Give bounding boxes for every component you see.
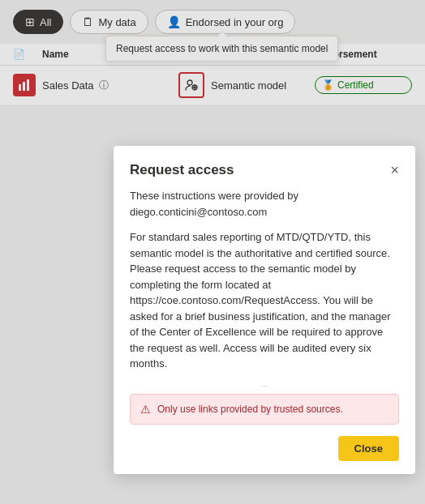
warning-icon: ⚠ xyxy=(140,403,151,416)
modal-header: Request access × xyxy=(130,162,399,178)
modal-title: Request access xyxy=(130,162,234,178)
modal-footer: Close xyxy=(130,436,399,461)
modal-body: These instructions were provided by dieg… xyxy=(130,188,399,372)
modal-close-btn[interactable]: Close xyxy=(338,436,399,461)
modal-intro: These instructions were provided by dieg… xyxy=(130,188,399,220)
warning-bar: ⚠ Only use links provided by trusted sou… xyxy=(130,394,399,425)
request-access-modal: Request access × These instructions were… xyxy=(114,146,415,474)
scroll-indicator: ··· xyxy=(130,382,399,391)
warning-text: Only use links provided by trusted sourc… xyxy=(157,404,343,415)
modal-close-button[interactable]: × xyxy=(390,163,399,177)
modal-main-text: For standard sales reporting of MTD/QTD/… xyxy=(130,229,399,372)
